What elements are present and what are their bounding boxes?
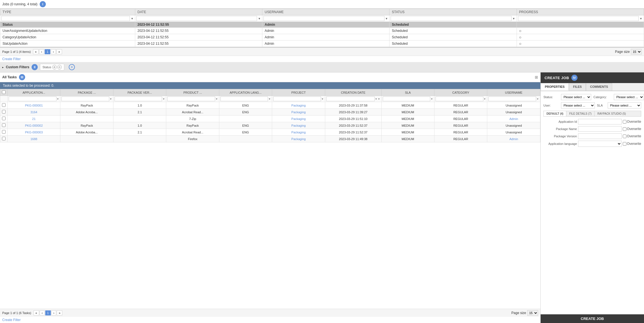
tasks-next-btn[interactable]: ›	[51, 310, 56, 315]
tasks-prev-btn[interactable]: ‹	[40, 310, 45, 315]
task-checkbox-4[interactable]	[2, 130, 6, 134]
filter-delete-icon[interactable]: ⊙	[57, 65, 62, 69]
pkg-filter[interactable]	[61, 96, 109, 101]
app-id-input[interactable]	[578, 119, 622, 124]
project-filter[interactable]	[273, 96, 321, 101]
pkg-ver-input[interactable]	[578, 133, 622, 139]
jobs-next-btn[interactable]: ›	[51, 49, 56, 54]
filter-edit-icon[interactable]: ⊘	[52, 65, 57, 69]
jobs-last-btn[interactable]: »	[56, 49, 62, 54]
tab-properties[interactable]: PROPERTIES	[541, 83, 569, 91]
date-filter-task-btn[interactable]: ▼	[375, 98, 377, 100]
category-select[interactable]: Please select ...	[614, 94, 644, 100]
job-username: Admin	[262, 34, 389, 41]
progress-filter-input[interactable]	[518, 16, 639, 21]
task-project[interactable]: Packaging	[272, 129, 325, 136]
sub-tab-file-details[interactable]: FILE DETAILS (7)	[566, 111, 595, 116]
sub-tab-default[interactable]: DEFAULT (4)	[544, 111, 566, 116]
sla-label: SLA	[597, 104, 605, 107]
select-all-checkbox[interactable]	[2, 90, 6, 94]
sub-tab-raypack-studio[interactable]: RAYPACK STUDIO (5)	[595, 111, 629, 116]
create-job-footer-btn[interactable]: CREATE JOB	[541, 314, 644, 323]
add-filter-btn[interactable]: +	[69, 64, 75, 70]
sla-filter-btn[interactable]: ▼	[431, 98, 433, 100]
app-lang-overwrite-checkbox[interactable]	[623, 142, 626, 146]
job-type: SlaUpdateAction	[0, 41, 135, 47]
task-app-lang	[219, 115, 272, 122]
user-select[interactable]: Please select ...	[561, 102, 595, 109]
category-filter-btn[interactable]: ▼	[484, 98, 486, 100]
jobs-prev-btn[interactable]: ‹	[39, 49, 44, 54]
task-project[interactable]: Packaging	[272, 115, 325, 122]
applang-filter-btn[interactable]: ▼	[268, 98, 271, 100]
task-checkbox-0[interactable]	[2, 103, 6, 107]
app-filter-btn[interactable]: ▼	[57, 98, 59, 100]
date-filter[interactable]	[326, 96, 375, 101]
progress-filter-btn[interactable]: ▼	[639, 17, 643, 20]
applang-filter[interactable]	[220, 96, 268, 101]
username-filter-input[interactable]	[263, 16, 384, 21]
job-date: 2023-04-12 11:52:55	[135, 22, 262, 28]
pkg-name-overwrite-checkbox[interactable]	[623, 127, 626, 131]
task-username[interactable]: Admin	[487, 115, 540, 122]
project-filter-btn[interactable]: ▼	[321, 98, 324, 100]
task-checkbox-2[interactable]	[2, 117, 6, 120]
type-filter-btn[interactable]: ▼	[130, 17, 134, 20]
date-filter-btn[interactable]: ▼	[258, 17, 261, 20]
tasks-page1-btn[interactable]: 1	[45, 310, 51, 315]
expand-icon[interactable]: ▸	[2, 66, 4, 69]
date-filter-extra-btn[interactable]: ▼	[378, 98, 380, 100]
tasks-first-btn[interactable]: «	[34, 310, 39, 315]
jobs-page1-btn[interactable]: 1	[45, 49, 50, 54]
tasks-create-filter-link[interactable]: Create Filter	[2, 318, 21, 322]
task-sla: MEDIUM	[381, 102, 434, 109]
product-filter[interactable]	[167, 96, 215, 101]
product-filter-btn[interactable]: ▼	[215, 98, 218, 100]
task-category: REGULAR	[434, 122, 487, 129]
task-checkbox-1[interactable]	[2, 110, 6, 114]
task-project[interactable]: Packaging	[272, 109, 325, 115]
username-filter-btn[interactable]: ▼	[385, 17, 388, 20]
status-filter-btn[interactable]: ▼	[512, 17, 515, 20]
app-lang-overwrite: Overwrite	[623, 142, 641, 146]
task-row: PKG-000002 RayPack 1.0 RayPack ENG Packa…	[0, 122, 540, 129]
app-id-overwrite-checkbox[interactable]	[623, 120, 626, 124]
task-creation-date: 2023-03-29 11:52:37	[325, 129, 381, 136]
pkg-ver-overwrite-label: Overwrite	[627, 134, 641, 138]
create-filter-link[interactable]: Create Filter	[2, 57, 21, 61]
pkgver-filter[interactable]	[115, 96, 162, 101]
type-filter-input[interactable]	[1, 16, 130, 21]
date-filter-input[interactable]	[136, 16, 257, 21]
task-sla: MEDIUM	[381, 129, 434, 136]
tasks-page-size-select[interactable]: 15 30 50	[527, 310, 538, 316]
app-filter[interactable]	[9, 96, 56, 101]
category-filter[interactable]	[436, 96, 483, 101]
pkgver-filter-btn[interactable]: ▼	[162, 98, 165, 100]
pkg-ver-overwrite: Overwrite	[623, 134, 641, 138]
task-project[interactable]: Packaging	[272, 102, 325, 109]
grid-icon[interactable]: ⊞	[535, 75, 538, 79]
task-checkbox-5[interactable]	[2, 137, 6, 140]
tasks-last-btn[interactable]: »	[57, 310, 62, 315]
username-task-filter-btn[interactable]: ▼	[536, 98, 539, 100]
username-task-filter[interactable]	[488, 96, 536, 101]
app-lang-select[interactable]	[578, 141, 622, 147]
sla-filter[interactable]	[383, 96, 431, 101]
status-filter-input[interactable]	[391, 16, 511, 21]
jobs-first-btn[interactable]: «	[33, 49, 39, 54]
pkg-ver-overwrite-checkbox[interactable]	[623, 135, 626, 138]
tab-files[interactable]: FILES	[569, 83, 586, 91]
jobs-table: TYPE DATE USERNAME STATUS PROGRESS ▼ ▼ ▼…	[0, 9, 644, 47]
sla-select[interactable]: Please select ...	[608, 102, 641, 109]
task-checkbox-3[interactable]	[2, 123, 6, 127]
task-project[interactable]: Packaging	[272, 122, 325, 129]
tab-comments[interactable]: COMMENTS	[586, 83, 612, 91]
pkg-filter-btn[interactable]: ▼	[110, 98, 112, 100]
jobs-page-size-select[interactable]: 15 30 50	[631, 49, 642, 55]
status-select[interactable]: Please select ...	[561, 94, 591, 100]
task-username[interactable]: Admin	[487, 136, 540, 142]
task-creation-date: 2023-03-29 11:49:38	[325, 136, 381, 142]
pkg-name-input[interactable]	[578, 126, 622, 132]
task-project[interactable]: Packaging	[272, 136, 325, 142]
task-username: Unassigned	[487, 109, 540, 115]
